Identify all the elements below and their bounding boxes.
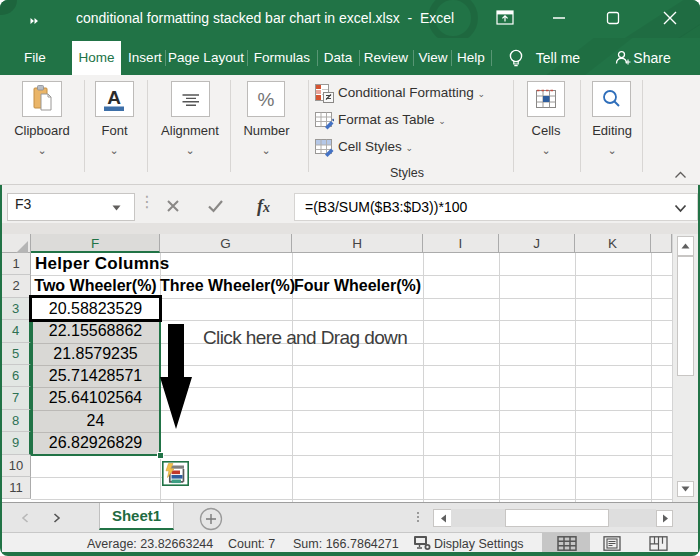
svg-text:%: % — [258, 89, 275, 110]
svg-text:A: A — [107, 87, 121, 108]
